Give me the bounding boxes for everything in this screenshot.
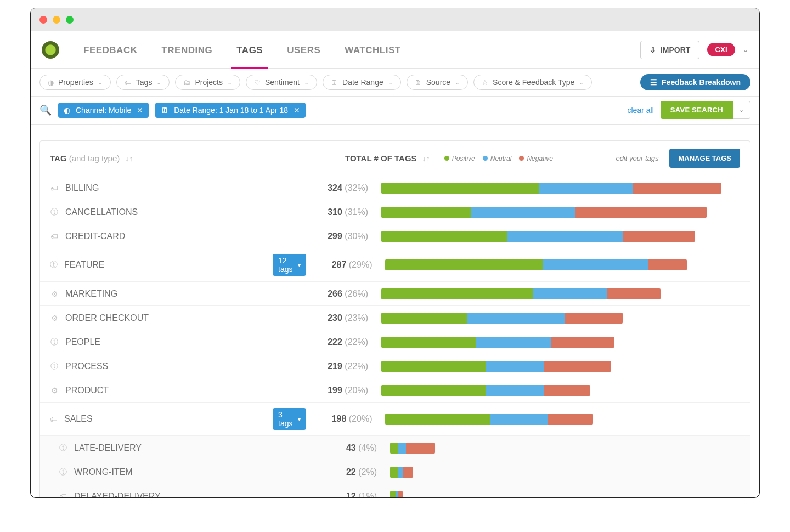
window-zoom-button[interactable] [66, 16, 74, 24]
tag-name: LATE-DELIVERY [74, 443, 283, 453]
filter-sentiment[interactable]: ♡Sentiment⌄ [246, 75, 317, 90]
remove-filter-icon[interactable]: ✕ [294, 106, 300, 115]
clear-all-link[interactable]: clear all [628, 106, 654, 115]
sentiment-bar [390, 467, 413, 478]
tag-name: PRODUCT [65, 386, 274, 395]
expand-subtags-button[interactable]: 12 tags▾ [273, 254, 306, 276]
calendar-icon: 🗓 [161, 106, 168, 115]
tag-row[interactable]: ⚙ORDER CHECKOUT230 (23%) [40, 306, 750, 330]
sentiment-bar [381, 313, 623, 324]
tag-count: 198 (20%) [306, 414, 372, 424]
tag-row[interactable]: 🏷CREDIT-CARD299 (30%) [40, 224, 750, 248]
user-badge[interactable]: CXI [707, 43, 735, 56]
filter-source[interactable]: 🗎Source⌄ [407, 75, 468, 90]
chevron-down-icon: ▾ [298, 416, 301, 422]
sentiment-bar [381, 288, 661, 299]
active-filter-channel[interactable]: ◐ Channel: Mobile ✕ [58, 103, 149, 118]
folder-icon: 🗂 [183, 78, 190, 87]
tag-name: CANCELLATIONS [65, 207, 274, 217]
filter-tags[interactable]: 🏷Tags⌄ [116, 75, 170, 90]
filter-date-range[interactable]: 🗓Date Range⌄ [323, 75, 401, 90]
save-search-button[interactable]: SAVE SEARCH [661, 101, 733, 119]
nav-tab-feedback[interactable]: FEEDBACK [81, 32, 139, 68]
type-icon: ⓣ [59, 467, 67, 477]
tag-row[interactable]: ⓣFEATURE12 tags▾287 (29%) [40, 248, 750, 282]
search-icon[interactable]: 🔍 [40, 104, 52, 116]
tag-name: SALES [64, 414, 273, 424]
column-header-total[interactable]: TOTAL # OF TAGS ↓↑ [345, 154, 430, 163]
active-filters-row: 🔍 ◐ Channel: Mobile ✕ 🗓 Date Range: 1 Ja… [31, 97, 759, 125]
sentiment-bar [381, 385, 590, 396]
sort-icon: ↓↑ [422, 154, 430, 163]
window-minimize-button[interactable] [53, 16, 60, 24]
tag-name: BILLING [65, 183, 274, 193]
heart-icon: ♡ [254, 78, 261, 87]
remove-filter-icon[interactable]: ✕ [137, 106, 143, 115]
type-icon: ⓣ [50, 361, 59, 371]
tag-row[interactable]: ⓣPEOPLE222 (22%) [40, 330, 750, 354]
window-close-button[interactable] [40, 16, 47, 24]
tag-count: 22 (2%) [311, 467, 377, 477]
tag-count: 266 (26%) [302, 289, 368, 299]
sentiment-bar [390, 443, 435, 454]
filter-properties[interactable]: ◑Properties⌄ [40, 75, 111, 90]
expand-subtags-button[interactable]: 3 tags▾ [273, 408, 306, 430]
chevron-down-icon: ⌄ [227, 79, 232, 86]
nav-tab-users[interactable]: USERS [285, 32, 323, 68]
gear-icon: ⚙ [50, 386, 59, 395]
nav-tab-tags[interactable]: TAGS [234, 32, 265, 68]
active-filter-daterange[interactable]: 🗓 Date Range: 1 Jan 18 to 1 Apr 18 ✕ [155, 103, 306, 118]
user-menu-chevron-icon[interactable]: ⌄ [743, 46, 748, 54]
sentiment-bar [381, 337, 614, 348]
properties-icon: ◑ [48, 78, 54, 87]
tag-name: FEATURE [64, 260, 273, 270]
nav-tab-trending[interactable]: TRENDING [159, 32, 215, 68]
download-icon: ⇩ [650, 46, 656, 54]
tag-row[interactable]: ⚙MARKETING266 (26%) [40, 282, 750, 306]
chevron-down-icon: ⌄ [156, 79, 161, 86]
tag-count: 219 (22%) [302, 361, 368, 371]
tag-count: 199 (20%) [302, 386, 368, 395]
feedback-breakdown-button[interactable]: ☰Feedback Breakdown [640, 74, 751, 90]
tag-row[interactable]: ⓣLATE-DELIVERY43 (4%) [40, 436, 750, 460]
tag-count: 230 (23%) [302, 313, 368, 323]
tag-count: 310 (31%) [302, 207, 368, 217]
tag-icon: 🏷 [50, 415, 58, 423]
tag-count: 222 (22%) [302, 337, 368, 347]
tag-icon: 🏷 [50, 184, 59, 193]
tag-name: DELAYED-DELIVERY [74, 491, 283, 499]
calendar-icon: 🗓 [331, 78, 338, 87]
tag-row[interactable]: ⓣPROCESS219 (22%) [40, 354, 750, 378]
tag-count: 287 (29%) [306, 260, 372, 270]
filter-score-type[interactable]: ☆Score & Feedback Type⌄ [473, 75, 592, 90]
tag-row[interactable]: 🏷SALES3 tags▾198 (20%) [40, 403, 750, 436]
type-icon: ⓣ [50, 207, 59, 217]
tag-count: 12 (1%) [311, 491, 377, 499]
tag-name: PROCESS [65, 361, 274, 371]
import-button[interactable]: ⇩ IMPORT [640, 41, 699, 59]
sentiment-bar [381, 183, 721, 194]
tag-row[interactable]: ⚙PRODUCT199 (20%) [40, 378, 750, 403]
tag-row[interactable]: 🏷BILLING324 (32%) [40, 176, 750, 200]
sentiment-bar [381, 231, 695, 242]
chevron-down-icon: ⌄ [579, 79, 584, 86]
save-search-dropdown[interactable]: ⌄ [733, 101, 751, 119]
tag-row[interactable]: ⓣCANCELLATIONS310 (31%) [40, 200, 750, 224]
tag-row[interactable]: 🏷DELAYED-DELIVERY12 (1%) [40, 484, 750, 498]
filter-bar: ◑Properties⌄ 🏷Tags⌄ 🗂Projects⌄ ♡Sentimen… [31, 69, 759, 97]
app-window: FEEDBACKTRENDINGTAGSUSERSWATCHLIST ⇩ IMP… [30, 8, 760, 498]
type-icon: ⓣ [50, 337, 59, 347]
tag-name: PEOPLE [65, 337, 274, 347]
import-label: IMPORT [661, 46, 690, 54]
nav-tab-watchlist[interactable]: WATCHLIST [342, 32, 403, 68]
tag-name: MARKETING [65, 289, 274, 299]
sentiment-bar [385, 414, 593, 425]
tag-count: 43 (4%) [311, 443, 377, 453]
tag-name: CREDIT-CARD [65, 231, 274, 241]
tags-panel-header: TAG (and tag type) ↓↑ TOTAL # OF TAGS ↓↑… [40, 141, 750, 176]
channel-icon: ◐ [64, 106, 70, 115]
tag-row[interactable]: ⓣWRONG-ITEM22 (2%) [40, 460, 750, 484]
filter-projects[interactable]: 🗂Projects⌄ [175, 75, 240, 90]
column-header-tag[interactable]: TAG (and tag type) ↓↑ [50, 154, 133, 163]
manage-tags-button[interactable]: MANAGE TAGS [669, 149, 740, 168]
